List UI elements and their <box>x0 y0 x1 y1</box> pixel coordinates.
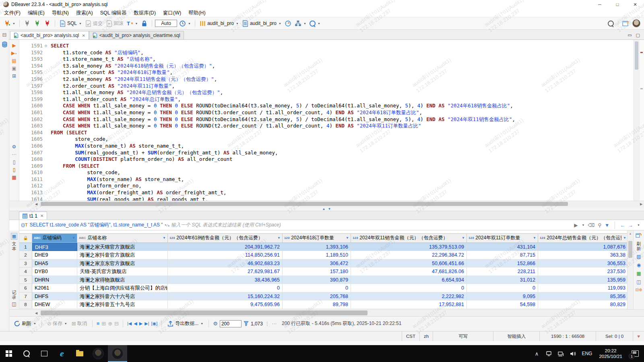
tab-close-icon[interactable]: ✕ <box>82 33 85 38</box>
edit-filter-icon[interactable]: ⚲ <box>598 222 601 228</box>
table-cell[interactable]: 89,798 <box>283 300 351 309</box>
tab-analysis-sql[interactable]: <audit_bi_pro> analysis.sql ✕ <box>10 31 89 39</box>
sort-arrow-icon[interactable]: ▼ <box>70 236 75 240</box>
table-cell[interactable]: 306,472 <box>283 259 351 268</box>
table-cell[interactable]: 海澜之家天猫官方旗舰店 <box>77 243 168 251</box>
scroll-right-icon[interactable]: ▶ <box>638 202 644 206</box>
sort-arrow-icon[interactable]: ▼ <box>276 236 281 240</box>
table-cell[interactable]: 38,436,965 <box>168 276 283 284</box>
code-line[interactable]: 1602 CASE WHEN t1.all_sale_money = 0 THE… <box>19 116 634 123</box>
table-cell[interactable]: 135,959 <box>538 276 627 284</box>
column-header[interactable]: 1232024年618销售金额（元）（包含运费）▼ <box>168 234 283 243</box>
table-cell[interactable]: 31,012 <box>467 276 538 284</box>
menu-item[interactable]: 导航(N) <box>52 10 69 16</box>
table-cell[interactable]: 海澜之家抖音官方旗舰店 <box>77 251 168 259</box>
column-header[interactable]: ABC店铺名称▼ <box>77 234 168 243</box>
grid-vertical-scrollbar[interactable]: ▲ <box>627 230 633 309</box>
row-number[interactable]: 6 <box>19 284 32 292</box>
minimize-panel-icon[interactable]: ▭ <box>627 33 632 38</box>
row-number[interactable]: 8 <box>19 300 32 309</box>
code-line[interactable]: 1607 SUM(real_goods_amt_t) + SUM(order_f… <box>19 150 634 156</box>
code-line[interactable]: 1610 store_code, <box>19 169 634 176</box>
restore-panel-icon[interactable]: ⊟ <box>2 32 7 37</box>
table-cell[interactable]: 50,606,451.66 <box>351 259 467 268</box>
code-line[interactable]: 1613 MAX(order_freight_amt) AS order_fre… <box>19 189 634 196</box>
ie-browser-button[interactable]: e <box>53 345 71 362</box>
first-row-icon[interactable]: |◀ <box>127 321 132 326</box>
tray-volume-icon[interactable] <box>567 345 579 362</box>
table-cell[interactable]: 27,629,981.67 <box>168 267 283 276</box>
apply-filter-icon[interactable]: ▶ <box>574 222 578 228</box>
edit-row-icon[interactable]: ≡ <box>97 321 100 326</box>
dashboard-button[interactable] <box>283 19 293 28</box>
sort-arrow-icon[interactable]: ▼ <box>161 236 166 240</box>
table-cell[interactable]: 海澜之家得物旗舰店 <box>77 276 168 284</box>
column-header[interactable]: 1232024年双11销售金额（元）（包含运费）▼ <box>351 234 467 243</box>
transaction-log-button[interactable]: T▾ ▼ <box>126 20 139 27</box>
dbeaver-taskbar-button-1[interactable] <box>89 345 108 362</box>
taskbar-clock[interactable]: 20:22 2025/10/21 <box>595 348 626 359</box>
result-settings-gear-icon[interactable]: ⚙ <box>213 321 218 326</box>
delete-row-icon[interactable]: ⊟ <box>114 321 119 326</box>
layout-panel-icon[interactable]: ◫ <box>636 279 641 285</box>
table-cell[interactable]: 9,475,695.96 <box>168 300 283 309</box>
grid-horizontal-scrollbar[interactable]: ◀ <box>9 309 644 316</box>
tray-device-icon[interactable] <box>543 345 555 362</box>
results-tab[interactable]: t1 1 ✕ <box>19 212 47 220</box>
schema-selector[interactable]: audit_bi_pro ▼ <box>241 19 283 28</box>
table-cell[interactable]: 306,553 <box>538 259 627 268</box>
editor-horizontal-scrollbar[interactable]: ◀ ▶ <box>9 201 644 207</box>
table-cell[interactable]: DHA5 <box>32 259 77 268</box>
table-cell[interactable]: 0 <box>168 284 283 292</box>
database-navigator-icon[interactable] <box>2 41 8 48</box>
table-cell[interactable]: 天猫-英氏官方旗舰店 <box>77 267 168 276</box>
text-view-tab[interactable]: 文本 <box>12 241 17 251</box>
table-cell[interactable]: 2,222,982 <box>351 292 467 301</box>
fold-icon[interactable]: ⊖ <box>45 43 51 49</box>
table-cell[interactable]: 363,38 <box>538 251 627 259</box>
disconnect-button[interactable] <box>43 19 52 28</box>
table-cell[interactable]: 1,087,676 <box>538 243 627 251</box>
save-results-button[interactable]: ⊘ 保存▼ <box>46 319 68 328</box>
compare-icon[interactable]: ⊟⊕ <box>636 288 642 292</box>
settings-gear-icon[interactable]: ⚙ <box>12 144 17 149</box>
table-cell[interactable]: 6,654,934 <box>351 276 467 284</box>
code-line[interactable]: 1614 SUM(real_goods_amt) AS real_goods_a… <box>19 196 634 201</box>
record-panel-icon[interactable]: ◫ <box>12 301 16 307</box>
table-row[interactable]: 1DHF3海澜之家天猫官方旗舰店204,391,962.721,393,1061… <box>19 243 627 251</box>
filter-funnel-icon[interactable]: ▼ <box>605 222 609 228</box>
table-cell[interactable]: 80,829 <box>538 300 627 309</box>
table-cell[interactable]: DHFS <box>32 292 77 301</box>
menu-item[interactable]: 文件(F) <box>4 10 21 16</box>
table-row[interactable]: 6K2061分销【上海白阔供应链有限公司】的店铺0000119,093 <box>19 284 627 292</box>
taskbar-search-button[interactable] <box>18 345 35 362</box>
menu-item[interactable]: SQL 编辑器 <box>100 10 127 16</box>
grid-corner-lock[interactable]: 🔒 <box>19 234 32 243</box>
table-cell[interactable]: 157,180 <box>283 267 351 276</box>
table-row[interactable]: 5DHRN海澜之家得物旗舰店38,436,965390,8796,654,934… <box>19 276 627 284</box>
table-cell[interactable]: 205,768 <box>283 292 351 301</box>
table-cell[interactable]: 135,379,513.09 <box>351 243 467 251</box>
input-language-indicator[interactable]: ENG <box>579 345 595 362</box>
table-row[interactable]: 7DHFS海澜之家抖音六十六号店15,160,224.32205,7682,22… <box>19 292 627 301</box>
sort-arrow-icon[interactable]: ▼ <box>621 236 626 240</box>
sash-collapse-down-icon[interactable]: ▼ <box>328 207 331 211</box>
table-cell[interactable]: 119,093 <box>538 284 627 292</box>
sort-arrow-icon[interactable]: ▼ <box>531 236 536 240</box>
table-cell[interactable]: 228,211 <box>467 267 538 276</box>
table-cell[interactable]: 431,104 <box>467 243 538 251</box>
code-line[interactable]: 1598 t1.all_sale_money AS "2024年总销售金额（元）… <box>19 89 634 96</box>
code-line[interactable]: 1604FROM (SELECT <box>19 130 634 136</box>
commit-button[interactable]: 提交 <box>84 19 104 28</box>
results-tab-close-icon[interactable]: ✕ <box>40 214 43 218</box>
table-cell[interactable]: 114,850,256.91 <box>168 251 283 259</box>
menu-item[interactable]: 数据库(D) <box>134 10 156 16</box>
cancel-results-button[interactable]: ⊠ 取消 <box>70 319 88 328</box>
export-data-button[interactable]: 导出数据...▼ <box>166 319 204 328</box>
sql-editor-button[interactable]: SQL ▼ <box>58 19 83 28</box>
table-cell[interactable]: 海澜之家抖音六十六号店 <box>77 292 168 301</box>
network-tools-button[interactable]: ▼ <box>293 19 308 28</box>
code-line[interactable]: 1612 platform_order_no, <box>19 183 634 189</box>
column-header[interactable]: ABC店铺编码▼ <box>32 234 77 243</box>
reference-icon[interactable]: ◉ <box>637 262 641 268</box>
